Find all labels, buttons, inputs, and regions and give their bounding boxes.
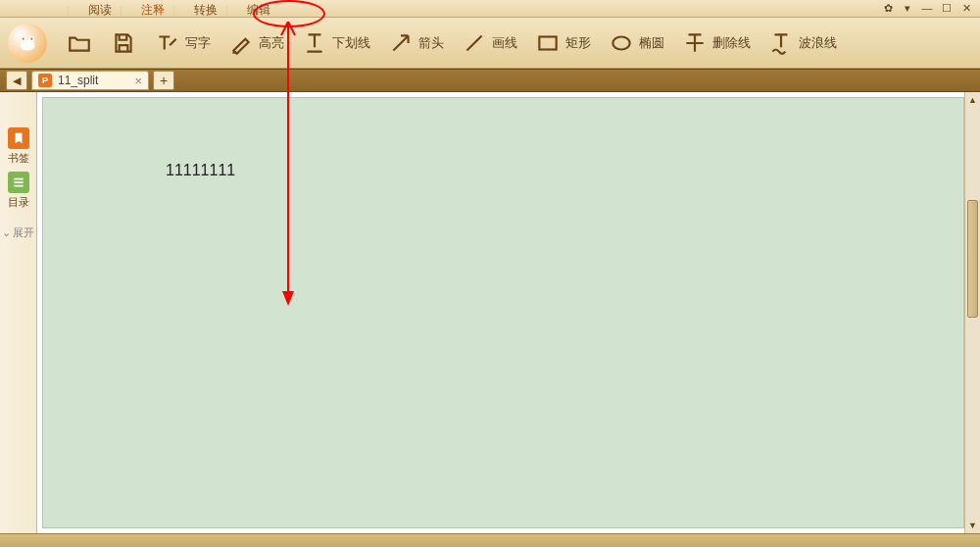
scroll-down-icon[interactable]: ▼ — [965, 518, 980, 533]
minimize-icon[interactable]: — — [921, 2, 933, 14]
menu-tab-read[interactable]: 阅读 — [74, 0, 126, 18]
toolbar: 写字 高亮 下划线 箭头 画线 矩形 椭圆 — [0, 18, 980, 69]
pin-icon[interactable]: ▾ — [902, 2, 913, 14]
highlight-icon — [227, 29, 255, 57]
doc-tab-label: 11_split — [58, 74, 98, 87]
tool-text-label: 写字 — [185, 34, 211, 52]
arrow-icon — [387, 29, 415, 57]
close-icon[interactable]: ✕ — [960, 2, 972, 14]
tool-wave[interactable]: 波浪线 — [761, 25, 843, 61]
svg-point-8 — [30, 37, 32, 39]
title-bar: 阅读 注释 转换 编辑 ✿ ▾ — ☐ ✕ — [0, 0, 980, 18]
strikeout-icon — [681, 29, 709, 57]
canvas-wrap: 11111111 ▲ ▼ — [37, 92, 980, 533]
workspace: 书签 目录 ⌄ 展开 11111111 ▲ ▼ — [0, 92, 980, 533]
doc-tab[interactable]: P 11_split × — [31, 71, 149, 90]
sidebar: 书签 目录 ⌄ 展开 — [0, 92, 37, 533]
scroll-up-icon[interactable]: ▲ — [965, 92, 980, 108]
sidebar-expand[interactable]: ⌄ 展开 — [2, 225, 34, 240]
toc-icon — [8, 172, 29, 193]
tool-line[interactable]: 画线 — [455, 25, 523, 61]
skin-icon[interactable]: ✿ — [882, 2, 894, 14]
add-tab-button[interactable]: + — [153, 71, 174, 90]
status-bar — [0, 533, 980, 547]
pdf-badge-icon: P — [38, 74, 52, 87]
sidebar-expand-label: 展开 — [13, 225, 34, 240]
tool-rect-label: 矩形 — [565, 34, 591, 52]
menu-tab-convert[interactable]: 转换 — [179, 0, 232, 18]
underline-icon — [301, 29, 328, 57]
doc-tab-close-icon[interactable]: × — [134, 74, 142, 88]
maximize-icon[interactable]: ☐ — [941, 2, 953, 14]
wave-icon — [767, 29, 795, 57]
scroll-thumb[interactable] — [967, 200, 978, 318]
tool-ellipse-label: 椭圆 — [639, 34, 664, 52]
tool-underline[interactable]: 下划线 — [295, 25, 376, 61]
tool-line-label: 画线 — [492, 34, 517, 52]
svg-point-10 — [612, 36, 629, 49]
ellipse-icon — [608, 29, 635, 57]
menu-tabs: 阅读 注释 转换 编辑 — [74, 0, 285, 18]
tool-wave-label: 波浪线 — [799, 34, 837, 52]
line-icon — [461, 29, 488, 57]
tool-rect[interactable]: 矩形 — [528, 25, 597, 61]
svg-rect-9 — [539, 36, 556, 49]
rect-icon — [534, 29, 562, 57]
tool-strikeout[interactable]: 删除线 — [675, 25, 757, 61]
tool-underline-label: 下划线 — [332, 34, 370, 52]
sidebar-item-bookmark[interactable]: 书签 — [4, 127, 33, 166]
sidebar-bookmark-label: 书签 — [8, 151, 29, 166]
folder-open-icon — [66, 29, 93, 57]
menu-tab-annotate[interactable]: 注释 — [126, 0, 179, 18]
tool-highlight-label: 高亮 — [259, 34, 284, 52]
tool-text[interactable]: 写字 — [148, 25, 217, 61]
document-text: 11111111 — [166, 162, 235, 179]
window-controls: ✿ ▾ — ☐ ✕ — [882, 2, 972, 14]
menu-tab-edit[interactable]: 编辑 — [232, 0, 285, 18]
sidebar-toc-label: 目录 — [8, 195, 29, 210]
document-canvas[interactable]: 11111111 — [42, 97, 964, 528]
save-button[interactable] — [104, 25, 143, 61]
tool-strikeout-label: 删除线 — [712, 34, 751, 52]
chevron-down-icon: ⌄ — [2, 226, 11, 239]
tool-arrow[interactable]: 箭头 — [381, 25, 450, 61]
tool-arrow-label: 箭头 — [418, 34, 444, 52]
bookmark-icon — [8, 127, 29, 149]
sidebar-item-toc[interactable]: 目录 — [4, 172, 33, 210]
tool-highlight[interactable]: 高亮 — [221, 25, 290, 61]
vertical-scrollbar[interactable]: ▲ ▼ — [964, 92, 980, 533]
app-logo[interactable] — [8, 24, 47, 63]
doc-tabbar: ◀ P 11_split × + — [0, 69, 980, 92]
open-button[interactable] — [60, 25, 99, 61]
save-icon — [110, 29, 137, 57]
svg-point-7 — [23, 37, 24, 39]
tab-nav-back[interactable]: ◀ — [6, 71, 27, 90]
tool-ellipse[interactable]: 椭圆 — [602, 25, 670, 61]
text-pen-icon — [154, 29, 181, 57]
